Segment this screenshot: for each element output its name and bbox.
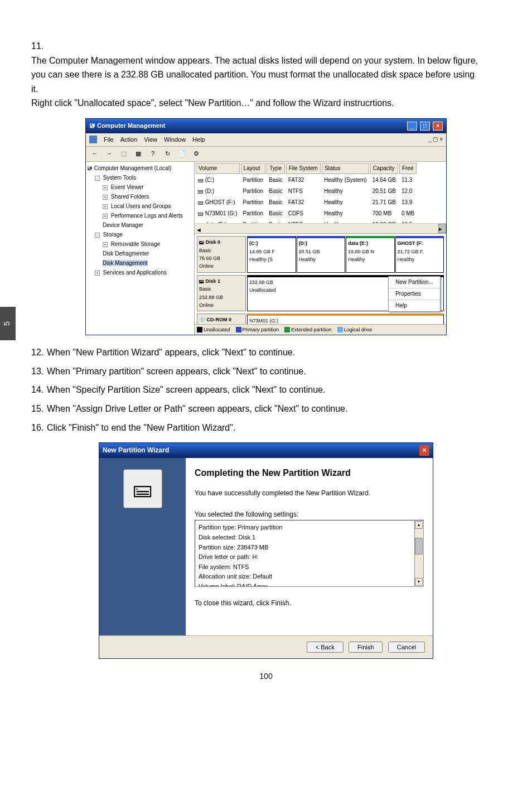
- wizard-subtext: You selected the following settings:: [195, 509, 424, 520]
- scroll-up-icon[interactable]: ▴: [415, 521, 423, 529]
- step-number: 15.: [31, 402, 47, 416]
- partition[interactable]: (D:)20.51 GBHealthy: [297, 236, 346, 273]
- column-header[interactable]: Type: [267, 163, 284, 174]
- step-number: 13.: [31, 364, 47, 379]
- help-icon[interactable]: ?: [147, 148, 158, 160]
- mmc-icon: [89, 136, 97, 143]
- step-text: When "Primary partition" screen appears,…: [47, 364, 499, 379]
- show-hide-tree-icon[interactable]: ▦: [133, 148, 144, 160]
- list-item: File system: NTFS: [199, 562, 410, 572]
- settings-listbox[interactable]: Partition type: Primary partitionDisk se…: [195, 520, 424, 587]
- tree-item[interactable]: Disk Defragmenter: [103, 249, 193, 258]
- page-side-tab: 5: [0, 307, 16, 340]
- disk-map: 🖴 Disk 0 Basic 76.69 GB Online (C:)14.65…: [195, 233, 446, 324]
- close-hint: To close this wizard, click Finish.: [195, 598, 424, 609]
- minimize-button[interactable]: _: [407, 122, 417, 131]
- app-icon: 🖳: [89, 122, 95, 129]
- context-menu: New Partition... Properties Help: [388, 276, 441, 312]
- column-header[interactable]: Capacity: [370, 163, 398, 174]
- partition[interactable]: data (E:)19.80 GB NHealthy: [346, 236, 395, 273]
- menu-file[interactable]: File: [104, 135, 114, 145]
- step-number: 16.: [31, 421, 47, 435]
- legend: UnallocatedPrimary partitionExtended par…: [195, 324, 446, 335]
- list-item: Partition type: Primary partition: [199, 523, 410, 533]
- menu-help[interactable]: Help: [192, 135, 205, 145]
- column-header[interactable]: Volume: [196, 163, 240, 174]
- disk0-label[interactable]: 🖴 Disk 0 Basic 76.69 GB Online: [197, 236, 246, 273]
- maximize-button[interactable]: □: [420, 122, 430, 131]
- step-text: Click "Finish" to end the "New Partition…: [47, 421, 499, 435]
- tree-item[interactable]: + Services and Applications: [95, 268, 193, 277]
- menu-action[interactable]: Action: [120, 135, 138, 145]
- column-header[interactable]: Free: [399, 163, 417, 174]
- scroll-thumb[interactable]: [415, 538, 423, 555]
- mdi-controls[interactable]: _ ▢ ×: [428, 135, 443, 144]
- tree-item[interactable]: - System Tools+ Event Viewer+ Shared Fol…: [95, 173, 193, 230]
- wizard-sidebar: 🖴: [99, 458, 186, 635]
- step-number: 12.: [31, 345, 47, 360]
- ctx-help[interactable]: Help: [389, 300, 440, 311]
- menu-window[interactable]: Window: [164, 135, 186, 145]
- list-item: Disk selected: Disk 1: [199, 533, 410, 543]
- menu-bar: File Action View Window Help _ ▢ ×: [86, 133, 446, 147]
- tree-item[interactable]: + Performance Logs and Alerts: [103, 211, 193, 220]
- properties-icon[interactable]: 📄: [176, 148, 187, 160]
- close-button[interactable]: ×: [433, 122, 443, 131]
- tree-item[interactable]: + Shared Folders: [103, 192, 193, 201]
- column-header[interactable]: Status: [322, 163, 369, 174]
- wizard-heading: Completing the New Partition Wizard: [195, 466, 424, 480]
- new-partition-wizard: New Partition Wizard × 🖴 Completing the …: [99, 442, 433, 659]
- table-row[interactable]: 🖴 GHOST (F:)PartitionBasicFAT32Healthy21…: [196, 197, 417, 208]
- table-row[interactable]: 🖴 (C:)PartitionBasicFAT32Healthy (System…: [196, 175, 417, 185]
- partition[interactable]: GHOST (F:21.72 GB F.Healthy: [395, 236, 444, 273]
- table-row[interactable]: 🖴 N73M01 (G:)PartitionBasicCDFSHealthy70…: [196, 209, 417, 219]
- cdrom-partition[interactable]: N73M01 (G:): [247, 314, 444, 324]
- tree-item[interactable]: + Local Users and Groups: [103, 202, 193, 211]
- partition[interactable]: (C:)14.65 GB FHealthy (S: [247, 236, 296, 273]
- forward-icon[interactable]: →: [104, 148, 115, 160]
- list-item: Drive letter or path: H:: [199, 552, 410, 562]
- scroll-down-icon[interactable]: ▾: [415, 578, 423, 586]
- column-header[interactable]: Layout: [241, 163, 266, 174]
- window-titlebar[interactable]: 🖳 Computer Management _ □ ×: [86, 119, 446, 133]
- back-button[interactable]: < Back: [307, 642, 344, 653]
- settings-icon[interactable]: ⚙: [191, 148, 202, 160]
- table-row[interactable]: 🖴 (D:)PartitionBasicNTFSHealthy20.51 GB1…: [196, 186, 417, 196]
- cdrom-label[interactable]: 💿 CD-ROM 0 DVD: [197, 314, 246, 324]
- refresh-icon[interactable]: ↻: [162, 148, 173, 160]
- step-number: 14.: [31, 383, 47, 397]
- finish-button[interactable]: Finish: [349, 642, 383, 653]
- scrollbar[interactable]: ▴ ▾: [414, 521, 423, 586]
- volume-table[interactable]: VolumeLayoutTypeFile SystemStatusCapacit…: [195, 162, 418, 223]
- back-icon[interactable]: ←: [89, 148, 100, 160]
- list-item: Allocation unit size: Default: [199, 572, 410, 582]
- ctx-new-partition[interactable]: New Partition...: [389, 277, 440, 288]
- horizontal-scrollbar[interactable]: ◄▸: [195, 223, 446, 233]
- tree-item[interactable]: + Event Viewer: [103, 183, 193, 192]
- up-icon[interactable]: ⬚: [118, 148, 129, 160]
- wizard-message: You have successfully completed the New …: [195, 488, 424, 499]
- step-number: 11.: [31, 39, 47, 54]
- tree-item[interactable]: Device Manager: [103, 221, 193, 230]
- disk1-label[interactable]: 🖴 Disk 1 Basic 232.88 GB Online: [197, 275, 246, 312]
- close-button[interactable]: ×: [419, 445, 429, 456]
- navigation-tree[interactable]: 🖳 Computer Management (Local) - System T…: [86, 162, 195, 335]
- page-number: 100: [31, 670, 501, 682]
- tree-root[interactable]: 🖳 Computer Management (Local): [87, 165, 171, 171]
- step-text: The Computer Management window appears. …: [31, 54, 483, 110]
- window-title: Computer Management: [97, 122, 165, 129]
- step-text: When "Specify Partition Size" screen app…: [47, 383, 499, 397]
- tree-item[interactable]: - Storage+ Removable Storage Disk Defrag…: [95, 230, 193, 268]
- wizard-titlebar[interactable]: New Partition Wizard ×: [99, 443, 433, 458]
- menu-view[interactable]: View: [144, 135, 157, 145]
- document-body: 11. The Computer Management window appea…: [0, 0, 532, 700]
- tree-item[interactable]: Disk Management: [103, 259, 193, 268]
- ctx-properties[interactable]: Properties: [389, 288, 440, 300]
- cancel-button[interactable]: Cancel: [388, 642, 425, 653]
- tree-item[interactable]: + Removable Storage: [103, 240, 193, 249]
- step-text: When "New Partition Wizard" appears, cli…: [47, 345, 499, 360]
- disk-icon: 🖴: [123, 469, 162, 508]
- column-header[interactable]: File System: [286, 163, 321, 174]
- computer-management-window: 🖳 Computer Management _ □ × File Action …: [85, 118, 447, 335]
- list-item: Partition size: 238473 MB: [199, 543, 410, 553]
